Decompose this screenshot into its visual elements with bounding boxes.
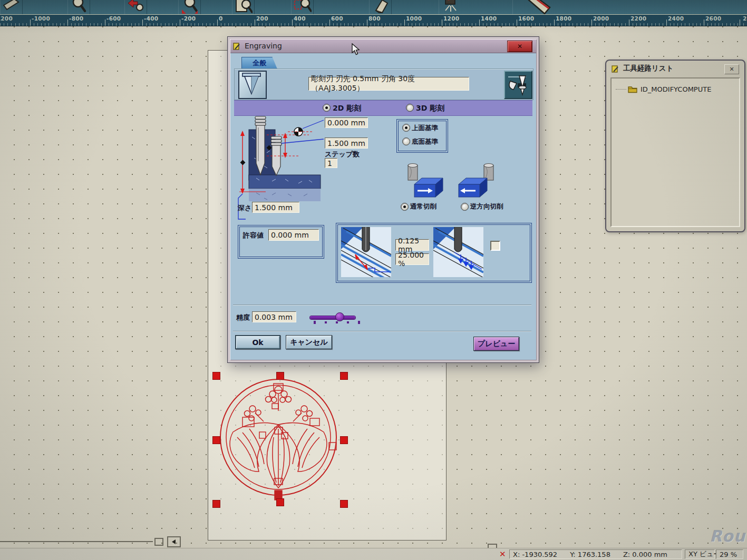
engraving-dialog: Engraving ✕ 全般 彫刻刃 刃先 0.5mm 刃角 30度（AAJ3.… (228, 37, 539, 362)
cut-forward-label: 通常切削 (410, 202, 436, 211)
ruler-label: -800 (69, 15, 83, 22)
left-arrow-icon (172, 539, 176, 544)
ruler-label: 200 (256, 15, 268, 22)
tree-branch-line (616, 89, 626, 90)
y-coordinate: Y: 1763.158 (570, 551, 610, 558)
cut-reverse-radio[interactable] (461, 203, 469, 211)
crest-vector-drawing[interactable] (199, 362, 357, 515)
slider-tick (347, 321, 349, 323)
selection-handle[interactable] (340, 436, 348, 444)
z-coordinate: Z: 0.000 mm (623, 551, 667, 558)
pitch-field[interactable]: 0.125 mm (395, 239, 429, 251)
divider (233, 304, 531, 306)
toolpath-panel-titlebar[interactable]: 工具経路リスト ✕ (606, 61, 744, 76)
coordinate-readout: X: -1930.592 Y: 1763.158 Z: 0.000 mm (509, 549, 682, 559)
ref-top-label: 上面基準 (412, 124, 438, 133)
ruler-label: 1400 (481, 15, 497, 22)
mode-3d-radio[interactable] (406, 104, 414, 112)
ruler-label: -200 (181, 15, 196, 22)
depth-field[interactable]: 1.500 mm (252, 202, 299, 213)
cut-forward-radio[interactable] (401, 203, 409, 211)
mode-2d-label: 2D 彫刻 (333, 104, 361, 113)
dialog-titlebar[interactable]: Engraving (230, 39, 537, 53)
zoom-level: 29 % (720, 551, 737, 558)
ruler-label: 2800 (743, 15, 747, 22)
step-depth-field[interactable]: 1.500 mm (325, 137, 368, 149)
selection-handle[interactable] (212, 500, 220, 508)
precision-slider-thumb[interactable] (335, 312, 344, 321)
mode-band (234, 100, 532, 116)
ref-bottom-radio[interactable] (402, 137, 410, 145)
software-watermark: Route (710, 527, 747, 545)
option-checkbox[interactable] (490, 241, 500, 251)
folder-icon (627, 85, 638, 93)
toolpath-panel-icon (611, 64, 620, 73)
selection-handle[interactable] (276, 498, 284, 506)
ok-button[interactable]: Ok (235, 335, 280, 349)
slider-tick (325, 321, 327, 323)
toolpath-panel-close-button[interactable]: ✕ (724, 64, 739, 74)
tolerance-label: 許容値 (243, 231, 264, 240)
pencil-tool-icon[interactable] (0, 0, 23, 14)
dialog-title: Engraving (245, 42, 282, 50)
zoom-level-box: 29 % (716, 549, 743, 559)
status-bar: ✕ X: -1930.592 Y: 1763.158 Z: 0.000 mm X… (0, 548, 747, 560)
slider-tick (358, 321, 360, 324)
eraser-tool-icon[interactable] (369, 0, 392, 14)
selection-handle[interactable] (276, 372, 284, 380)
tolerance-field[interactable]: 0.000 mm (268, 229, 319, 241)
ruler-label: -1000 (32, 15, 50, 22)
ruler-label: 400 (294, 15, 306, 22)
selection-handle[interactable] (340, 372, 348, 380)
tool-library-button[interactable] (504, 71, 532, 99)
zoom-previous-icon[interactable] (124, 0, 147, 14)
mode-3d-label: 3D 彫刻 (416, 104, 444, 113)
toolpath-tree-item[interactable]: ID_MODIFYCOMPUTE (616, 85, 711, 93)
horizontal-ruler: -1200-1000-800-600-400-20002004006008001… (0, 14, 747, 26)
dialog-icon (232, 42, 241, 51)
stepover-field[interactable]: 25.000 % (395, 253, 429, 265)
ruler-label: 2000 (593, 15, 609, 22)
ruler-label: -1200 (0, 15, 13, 22)
cutter-knife-icon[interactable] (512, 0, 570, 14)
ref-bottom-label: 底面基準 (412, 137, 438, 146)
tab-general[interactable]: 全般 (241, 57, 277, 69)
mouse-cursor (351, 43, 363, 56)
cancel-button[interactable]: キャンセル (286, 335, 332, 349)
preview-button[interactable]: プレビュー (473, 337, 519, 351)
step-count-field[interactable]: 1 (325, 158, 337, 168)
selection-handle[interactable] (212, 372, 220, 380)
dialog-close-button[interactable]: ✕ (507, 41, 532, 52)
precision-field[interactable]: 0.003 mm (252, 311, 296, 322)
selection-handle[interactable] (340, 500, 348, 508)
ruler-label: 2200 (630, 15, 646, 22)
surface-height-field[interactable]: 0.000 mm (325, 117, 368, 128)
zoom-window-icon[interactable] (178, 0, 201, 14)
tool-name-field[interactable]: 彫刻刃 刃先 0.5mm 刃角 30度（AAJ3.3005） (308, 77, 469, 91)
scrollbar-box[interactable] (154, 538, 163, 546)
view-mode-box: XY ビュー (685, 549, 715, 559)
ref-top-radio[interactable] (402, 124, 410, 132)
mill-burst-icon[interactable] (439, 0, 461, 14)
zoom-page-icon[interactable] (232, 0, 255, 14)
scroll-left-button[interactable] (167, 536, 181, 547)
scrollbar-track[interactable] (0, 541, 153, 542)
zoom-selected-icon[interactable] (291, 0, 314, 14)
mode-2d-radio[interactable] (323, 104, 331, 112)
toolpath-list-panel: 工具経路リスト ✕ ID_MODIFYCOMPUTE (605, 60, 745, 232)
slider-tick (336, 321, 338, 323)
precision-slider-track[interactable] (310, 316, 355, 319)
toolpath-item-label: ID_MODIFYCOMPUTE (641, 85, 711, 93)
ruler-label: -400 (144, 15, 158, 22)
selection-handle[interactable] (212, 436, 220, 444)
ruler-label: 1800 (556, 15, 571, 22)
ruler-label: 600 (331, 15, 343, 22)
ruler-label: 1000 (406, 15, 422, 22)
engraving-bit-icon (238, 71, 267, 99)
toolbar (0, 0, 747, 15)
toolpath-tree: ID_MODIFYCOMPUTE (610, 77, 740, 227)
zoom-tool-icon[interactable] (67, 0, 90, 14)
pitch-diagram (341, 227, 391, 277)
stepover-diagram (433, 227, 483, 277)
cut-reverse-label: 逆方向切削 (470, 202, 503, 211)
